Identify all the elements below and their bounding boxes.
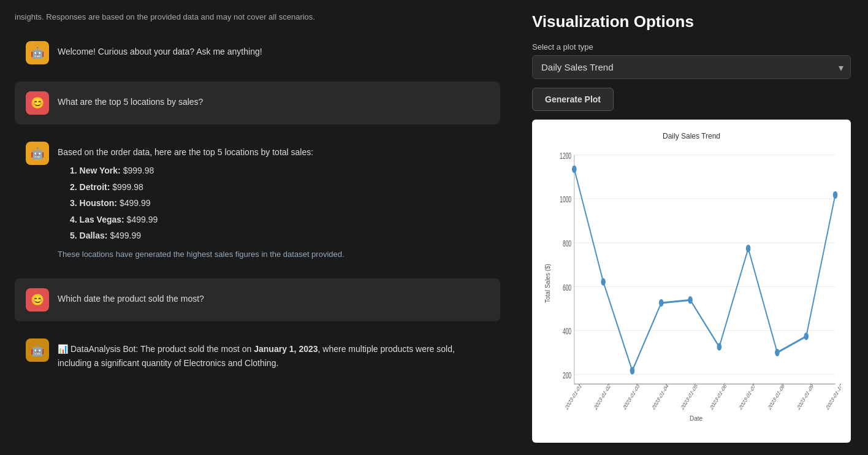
svg-point-33 xyxy=(833,191,838,199)
svg-text:2023-01-04: 2023-01-04 xyxy=(652,382,669,411)
user-avatar: 😊 xyxy=(26,91,49,115)
user2-text: Which date the product sold the most? xyxy=(58,288,489,305)
bot1-content: Based on the order data, here are the to… xyxy=(58,142,489,261)
x-axis-label: Date xyxy=(551,415,841,422)
list-val-1: $999.98 xyxy=(121,166,154,175)
svg-text:2023-01-02: 2023-01-02 xyxy=(593,382,611,411)
top-notice: insights. Responses are based on the pro… xyxy=(15,12,500,21)
svg-text:200: 200 xyxy=(563,371,571,380)
list-item-1: 1. New York: $999.98 xyxy=(70,164,489,177)
svg-text:2023-01-03: 2023-01-03 xyxy=(622,382,640,411)
svg-text:2023-01-07: 2023-01-07 xyxy=(739,382,756,411)
svg-point-27 xyxy=(659,299,664,307)
user-avatar-2: 😊 xyxy=(26,288,49,312)
svg-point-26 xyxy=(630,367,635,374)
svg-text:1000: 1000 xyxy=(560,195,571,204)
chart-container: Daily Sales Trend Total Sales ($) 1200 1… xyxy=(532,120,851,443)
plot-select-wrapper: Daily Sales Trend Top Locations by Sales… xyxy=(532,55,851,79)
list-city-1: New York: xyxy=(80,166,121,175)
svg-point-28 xyxy=(688,296,693,304)
chart-area: Total Sales ($) 1200 1000 800 600 400 xyxy=(542,145,841,422)
list-num-2: 2. xyxy=(70,182,77,192)
user1-text: What are the top 5 locations by sales? xyxy=(58,91,489,109)
list-num-5: 5. xyxy=(70,231,77,240)
visualization-panel: Visualization Options Select a plot type… xyxy=(515,0,868,455)
message-welcome: 🤖 Welcome! Curious about your data? Ask … xyxy=(15,31,500,74)
list-val-4: $499.99 xyxy=(124,215,158,224)
plot-type-select[interactable]: Daily Sales Trend Top Locations by Sales… xyxy=(532,55,851,79)
y-axis-label: Total Sales ($) xyxy=(542,145,551,422)
select-section: Select a plot type Daily Sales Trend Top… xyxy=(532,42,851,79)
panel-title: Visualization Options xyxy=(532,12,851,31)
svg-text:2023-01-10: 2023-01-10 xyxy=(825,382,841,411)
svg-point-25 xyxy=(601,278,606,285)
svg-text:800: 800 xyxy=(563,239,571,248)
svg-text:600: 600 xyxy=(563,283,571,292)
chart-inner: 1200 1000 800 600 400 200 2023-01-01 202… xyxy=(551,145,841,422)
list-city-2: Detroit: xyxy=(80,182,110,192)
svg-point-30 xyxy=(746,245,751,252)
list-item-5: 5. Dallas: $499.99 xyxy=(70,229,489,242)
svg-point-29 xyxy=(717,343,722,350)
svg-point-24 xyxy=(572,166,577,173)
svg-text:2023-01-08: 2023-01-08 xyxy=(767,382,785,411)
list-num-4: 4. xyxy=(70,215,77,224)
list-city-3: Houston: xyxy=(80,198,117,208)
bot-avatar: 🤖 xyxy=(26,41,49,64)
svg-text:2023-01-06: 2023-01-06 xyxy=(709,382,727,411)
bot-avatar-3: 🤖 xyxy=(26,338,49,362)
svg-text:2023-01-01: 2023-01-01 xyxy=(565,382,582,411)
message-user1: 😊 What are the top 5 locations by sales? xyxy=(15,82,500,124)
bot-avatar-2: 🤖 xyxy=(26,142,49,165)
message-bot2: 🤖 📊 DataAnalysis Bot: The product sold t… xyxy=(15,329,500,380)
svg-text:2023-01-05: 2023-01-05 xyxy=(680,382,698,411)
list-city-4: Las Vegas: xyxy=(80,215,124,224)
message-user2: 😊 Which date the product sold the most? xyxy=(15,278,500,321)
list-num-3: 3. xyxy=(70,198,77,208)
bot2-content: 📊 DataAnalysis Bot: The product sold the… xyxy=(58,338,489,370)
svg-text:1200: 1200 xyxy=(560,151,571,161)
list-item-2: 2. Detroit: $999.98 xyxy=(70,180,489,194)
message-bot1: 🤖 Based on the order data, here are the … xyxy=(15,132,500,271)
line-chart-svg: 1200 1000 800 600 400 200 2023-01-01 202… xyxy=(551,145,841,413)
chart-title: Daily Sales Trend xyxy=(542,132,841,140)
bot2-bold: January 1, 2023 xyxy=(254,344,318,354)
bot1-intro: Based on the order data, here are the to… xyxy=(58,145,489,159)
welcome-text: Welcome! Curious about your data? Ask me… xyxy=(58,41,489,58)
chat-panel: insights. Responses are based on the pro… xyxy=(0,0,515,455)
svg-point-31 xyxy=(775,349,780,356)
list-city-5: Dallas: xyxy=(80,231,108,240)
svg-text:400: 400 xyxy=(563,327,571,336)
list-num-1: 1. xyxy=(70,166,77,175)
list-val-5: $499.99 xyxy=(108,231,142,240)
bot1-list: 1. New York: $999.98 2. Detroit: $999.98… xyxy=(58,164,489,242)
list-item-4: 4. Las Vegas: $499.99 xyxy=(70,213,489,226)
list-val-2: $999.98 xyxy=(110,182,143,192)
bot1-note: These locations have generated the highe… xyxy=(58,248,489,261)
svg-point-32 xyxy=(804,332,809,340)
svg-text:2023-01-09: 2023-01-09 xyxy=(796,382,814,411)
bot2-prefix: 📊 DataAnalysis Bot: The product sold the… xyxy=(58,344,254,354)
list-val-3: $499.99 xyxy=(117,198,151,208)
select-label: Select a plot type xyxy=(532,42,851,52)
list-item-3: 3. Houston: $499.99 xyxy=(70,196,489,210)
generate-plot-button[interactable]: Generate Plot xyxy=(532,88,614,111)
